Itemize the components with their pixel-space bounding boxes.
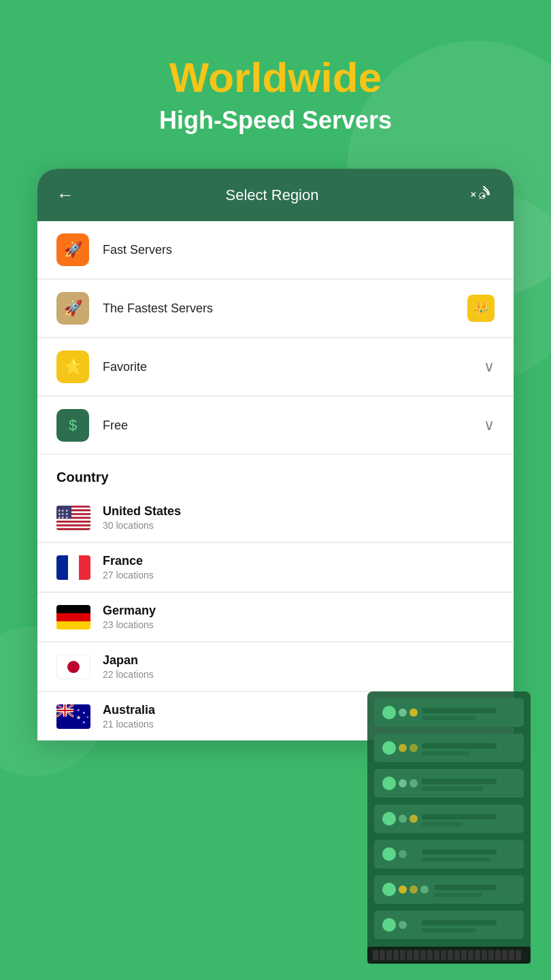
country-item-us[interactable]: ★ ★ ★ ★ ★ ★ ★ ★ ★ United States 30 locat… — [37, 493, 514, 542]
fr-flag — [56, 555, 90, 580]
svg-rect-29 — [422, 858, 490, 862]
svg-rect-48 — [407, 950, 412, 960]
svg-rect-47 — [400, 950, 405, 960]
svg-rect-11 — [422, 743, 497, 749]
svg-point-4 — [410, 708, 418, 717]
fastest-servers-icon: 🚀 — [56, 292, 89, 325]
free-icon: $ — [56, 409, 89, 442]
svg-point-16 — [410, 779, 418, 787]
svg-text:★: ★ — [86, 715, 89, 719]
jp-locations: 22 locations — [103, 669, 495, 680]
svg-point-20 — [382, 812, 396, 826]
svg-point-3 — [399, 708, 407, 717]
fr-locations: 27 locations — [103, 570, 495, 581]
svg-rect-36 — [434, 893, 482, 897]
svg-rect-53 — [441, 950, 446, 960]
svg-rect-52 — [434, 950, 439, 960]
svg-rect-35 — [434, 885, 497, 890]
svg-rect-23 — [422, 814, 497, 819]
svg-rect-49 — [414, 950, 419, 960]
card-header: ← Select Region ✕ ⌕ — [37, 169, 514, 221]
menu-list: 🚀 Fast Servers 🚀 The Fastest Servers 👑 ⭐… — [37, 221, 514, 454]
svg-rect-58 — [475, 950, 480, 960]
svg-text:★ ★ ★: ★ ★ ★ — [58, 515, 69, 519]
svg-point-14 — [382, 777, 396, 790]
favorite-label: Favorite — [103, 360, 484, 374]
de-locations: 23 locations — [103, 619, 495, 630]
back-button[interactable]: ← — [56, 184, 74, 206]
svg-point-27 — [399, 850, 407, 858]
wifi-search-icon[interactable]: ✕ ⌕ — [470, 184, 495, 206]
no-wifi-icon: ✕ ⌕ — [470, 184, 495, 206]
svg-rect-79 — [56, 524, 90, 526]
svg-rect-46 — [393, 950, 399, 960]
svg-rect-78 — [56, 523, 90, 525]
menu-item-free[interactable]: $ Free ∨ — [37, 397, 514, 454]
svg-rect-50 — [420, 950, 426, 960]
country-section-header: Country — [37, 455, 514, 493]
svg-rect-57 — [468, 950, 473, 960]
svg-rect-61 — [495, 950, 501, 960]
hero-title: Worldwide — [0, 54, 551, 101]
svg-rect-12 — [422, 751, 469, 755]
svg-rect-17 — [422, 779, 497, 784]
crown-icon: 👑 — [473, 301, 488, 316]
phone-card: ← Select Region ✕ ⌕ 🚀 Fast Servers — [37, 169, 514, 740]
svg-rect-64 — [516, 950, 521, 960]
svg-text:★: ★ — [76, 715, 81, 721]
svg-rect-54 — [448, 950, 453, 960]
svg-point-31 — [382, 883, 396, 896]
svg-rect-60 — [488, 950, 494, 960]
hero-subtitle: High-Speed Servers — [0, 106, 551, 135]
svg-point-2 — [382, 706, 396, 719]
svg-rect-24 — [422, 822, 463, 826]
svg-rect-6 — [422, 716, 476, 720]
svg-point-15 — [399, 779, 407, 787]
svg-point-9 — [399, 744, 407, 752]
header-title: Select Region — [226, 186, 319, 204]
svg-rect-81 — [56, 528, 90, 530]
fast-servers-icon: 🚀 — [56, 233, 89, 266]
svg-point-34 — [420, 885, 429, 894]
fr-country-info: France 27 locations — [103, 554, 495, 581]
svg-rect-51 — [427, 950, 433, 960]
favorite-icon: ⭐ — [56, 350, 89, 383]
svg-point-38 — [382, 918, 396, 932]
menu-item-fast-servers[interactable]: 🚀 Fast Servers — [37, 221, 514, 279]
server-rack-decoration — [361, 691, 551, 980]
de-flag — [56, 605, 90, 630]
svg-point-32 — [399, 885, 407, 894]
svg-rect-95 — [56, 710, 73, 711]
country-item-de[interactable]: Germany 23 locations — [37, 593, 514, 642]
us-flag: ★ ★ ★ ★ ★ ★ ★ ★ ★ — [56, 506, 90, 530]
svg-rect-40 — [422, 920, 497, 926]
country-item-jp[interactable]: Japan 22 locations — [37, 642, 514, 691]
svg-rect-18 — [422, 787, 483, 791]
fastest-servers-label: The Fastest Servers — [103, 301, 467, 316]
us-country-info: United States 30 locations — [103, 504, 495, 531]
svg-rect-77 — [56, 521, 90, 523]
menu-item-favorite[interactable]: ⭐ Favorite ∨ — [37, 338, 514, 396]
country-item-fr[interactable]: France 27 locations — [37, 543, 514, 592]
svg-point-33 — [410, 885, 418, 894]
fast-servers-label: Fast Servers — [103, 243, 495, 257]
menu-item-fastest-servers[interactable]: 🚀 The Fastest Servers 👑 — [37, 280, 514, 338]
svg-rect-59 — [482, 950, 487, 960]
svg-rect-45 — [386, 950, 392, 960]
jp-country-info: Japan 22 locations — [103, 653, 495, 680]
jp-name: Japan — [103, 653, 495, 668]
hero-section: Worldwide High-Speed Servers — [0, 0, 551, 135]
de-country-info: Germany 23 locations — [103, 604, 495, 630]
us-locations: 30 locations — [103, 520, 495, 531]
svg-rect-62 — [502, 950, 507, 960]
favorite-chevron-icon: ∨ — [484, 358, 495, 376]
svg-text:✕: ✕ — [470, 191, 476, 199]
svg-rect-56 — [461, 950, 467, 960]
svg-point-10 — [410, 744, 418, 752]
de-name: Germany — [103, 604, 495, 618]
svg-rect-55 — [454, 950, 460, 960]
crown-badge: 👑 — [467, 295, 495, 322]
free-label: Free — [103, 419, 484, 433]
us-name: United States — [103, 504, 495, 519]
svg-rect-63 — [509, 950, 514, 960]
